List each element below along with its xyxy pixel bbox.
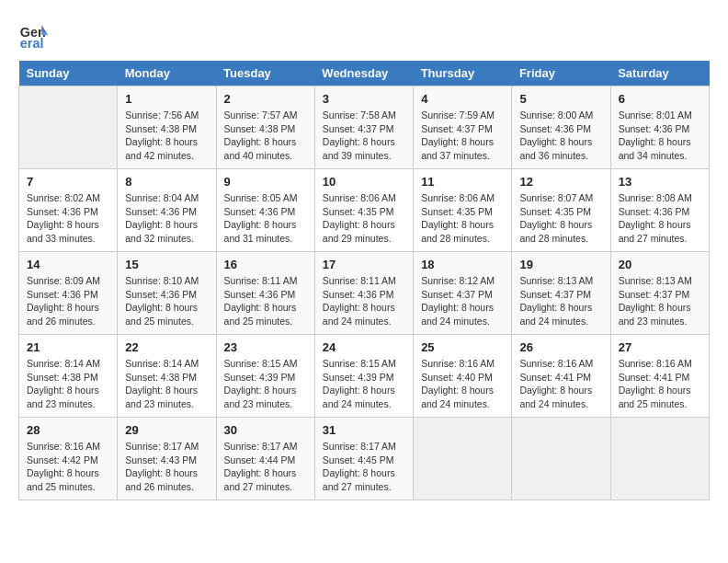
day-info: Sunrise: 8:17 AM Sunset: 4:44 PM Dayligh…: [224, 440, 307, 494]
day-number: 24: [323, 340, 405, 354]
day-info: Sunrise: 8:00 AM Sunset: 4:36 PM Dayligh…: [519, 109, 602, 163]
day-info: Sunrise: 8:16 AM Sunset: 4:41 PM Dayligh…: [519, 357, 602, 411]
day-info: Sunrise: 8:09 AM Sunset: 4:36 PM Dayligh…: [27, 274, 109, 328]
calendar-cell: 6Sunrise: 8:01 AM Sunset: 4:36 PM Daylig…: [610, 86, 709, 169]
day-info: Sunrise: 8:15 AM Sunset: 4:39 PM Dayligh…: [323, 357, 405, 411]
day-number: 20: [619, 258, 701, 271]
calendar-cell: [414, 418, 512, 500]
calendar-cell: 14Sunrise: 8:09 AM Sunset: 4:36 PM Dayli…: [19, 252, 118, 335]
calendar-cell: 23Sunrise: 8:15 AM Sunset: 4:39 PM Dayli…: [216, 335, 314, 418]
calendar-cell: 27Sunrise: 8:16 AM Sunset: 4:41 PM Dayli…: [610, 335, 709, 418]
day-number: 19: [519, 258, 602, 271]
logo-icon: Gen eral: [18, 18, 51, 52]
day-number: 2: [224, 92, 307, 106]
day-number: 1: [125, 92, 208, 106]
day-info: Sunrise: 7:57 AM Sunset: 4:38 PM Dayligh…: [224, 109, 307, 163]
day-number: 27: [619, 340, 701, 354]
day-number: 30: [224, 423, 307, 437]
calendar-cell: 1Sunrise: 7:56 AM Sunset: 4:38 PM Daylig…: [118, 86, 216, 169]
header-monday: Monday: [118, 61, 216, 86]
day-number: 16: [224, 258, 307, 271]
day-info: Sunrise: 8:12 AM Sunset: 4:37 PM Dayligh…: [421, 274, 504, 328]
calendar-week-2: 7Sunrise: 8:02 AM Sunset: 4:36 PM Daylig…: [19, 169, 710, 252]
day-info: Sunrise: 7:58 AM Sunset: 4:37 PM Dayligh…: [323, 109, 405, 163]
day-number: 9: [224, 175, 307, 189]
calendar-cell: 26Sunrise: 8:16 AM Sunset: 4:41 PM Dayli…: [512, 335, 610, 418]
day-info: Sunrise: 7:59 AM Sunset: 4:37 PM Dayligh…: [421, 109, 504, 163]
day-info: Sunrise: 8:14 AM Sunset: 4:38 PM Dayligh…: [125, 357, 208, 411]
logo: Gen eral: [18, 18, 55, 52]
day-number: 26: [519, 340, 602, 354]
day-info: Sunrise: 8:11 AM Sunset: 4:36 PM Dayligh…: [323, 274, 405, 328]
calendar-table: SundayMondayTuesdayWednesdayThursdayFrid…: [18, 61, 710, 500]
day-info: Sunrise: 8:06 AM Sunset: 4:35 PM Dayligh…: [421, 191, 504, 246]
calendar-week-1: 1Sunrise: 7:56 AM Sunset: 4:38 PM Daylig…: [19, 86, 710, 169]
calendar-cell: 18Sunrise: 8:12 AM Sunset: 4:37 PM Dayli…: [414, 252, 512, 335]
day-info: Sunrise: 8:16 AM Sunset: 4:40 PM Dayligh…: [421, 357, 504, 411]
calendar-cell: 10Sunrise: 8:06 AM Sunset: 4:35 PM Dayli…: [314, 169, 413, 252]
header-friday: Friday: [512, 61, 610, 86]
calendar-cell: 9Sunrise: 8:05 AM Sunset: 4:36 PM Daylig…: [216, 169, 314, 252]
calendar-cell: [610, 418, 709, 500]
day-info: Sunrise: 8:11 AM Sunset: 4:36 PM Dayligh…: [224, 274, 307, 328]
calendar-cell: 21Sunrise: 8:14 AM Sunset: 4:38 PM Dayli…: [19, 335, 118, 418]
svg-text:eral: eral: [20, 36, 44, 51]
header-thursday: Thursday: [414, 61, 512, 86]
calendar-week-3: 14Sunrise: 8:09 AM Sunset: 4:36 PM Dayli…: [19, 252, 710, 335]
day-number: 7: [27, 175, 109, 189]
day-info: Sunrise: 8:17 AM Sunset: 4:43 PM Dayligh…: [125, 440, 208, 494]
day-info: Sunrise: 8:14 AM Sunset: 4:38 PM Dayligh…: [27, 357, 109, 411]
calendar-cell: 25Sunrise: 8:16 AM Sunset: 4:40 PM Dayli…: [414, 335, 512, 418]
day-number: 18: [421, 258, 504, 271]
day-number: 25: [421, 340, 504, 354]
day-info: Sunrise: 8:10 AM Sunset: 4:36 PM Dayligh…: [125, 274, 208, 328]
calendar-cell: 19Sunrise: 8:13 AM Sunset: 4:37 PM Dayli…: [512, 252, 610, 335]
calendar-cell: 30Sunrise: 8:17 AM Sunset: 4:44 PM Dayli…: [216, 418, 314, 500]
day-info: Sunrise: 8:07 AM Sunset: 4:35 PM Dayligh…: [519, 191, 602, 246]
day-number: 3: [323, 92, 405, 106]
calendar-cell: 20Sunrise: 8:13 AM Sunset: 4:37 PM Dayli…: [610, 252, 709, 335]
day-number: 8: [125, 175, 208, 189]
calendar-header-row: SundayMondayTuesdayWednesdayThursdayFrid…: [19, 61, 710, 86]
day-info: Sunrise: 8:17 AM Sunset: 4:45 PM Dayligh…: [323, 440, 405, 494]
header-saturday: Saturday: [610, 61, 709, 86]
calendar-cell: 4Sunrise: 7:59 AM Sunset: 4:37 PM Daylig…: [414, 86, 512, 169]
calendar-cell: [512, 418, 610, 500]
day-info: Sunrise: 8:15 AM Sunset: 4:39 PM Dayligh…: [224, 357, 307, 411]
header-tuesday: Tuesday: [216, 61, 314, 86]
calendar-cell: 24Sunrise: 8:15 AM Sunset: 4:39 PM Dayli…: [314, 335, 413, 418]
page-header: Gen eral: [18, 18, 710, 52]
day-info: Sunrise: 8:16 AM Sunset: 4:41 PM Dayligh…: [619, 357, 701, 411]
day-info: Sunrise: 8:13 AM Sunset: 4:37 PM Dayligh…: [519, 274, 602, 328]
day-number: 22: [125, 340, 208, 354]
day-number: 15: [125, 258, 208, 271]
day-number: 29: [125, 423, 208, 437]
day-number: 17: [323, 258, 405, 271]
calendar-cell: 5Sunrise: 8:00 AM Sunset: 4:36 PM Daylig…: [512, 86, 610, 169]
calendar-cell: 3Sunrise: 7:58 AM Sunset: 4:37 PM Daylig…: [314, 86, 413, 169]
day-number: 11: [421, 175, 504, 189]
day-number: 14: [27, 258, 109, 271]
day-number: 10: [323, 175, 405, 189]
calendar-cell: 16Sunrise: 8:11 AM Sunset: 4:36 PM Dayli…: [216, 252, 314, 335]
day-info: Sunrise: 8:02 AM Sunset: 4:36 PM Dayligh…: [27, 191, 109, 246]
header-wednesday: Wednesday: [314, 61, 413, 86]
day-number: 4: [421, 92, 504, 106]
calendar-cell: 11Sunrise: 8:06 AM Sunset: 4:35 PM Dayli…: [414, 169, 512, 252]
calendar-cell: 28Sunrise: 8:16 AM Sunset: 4:42 PM Dayli…: [19, 418, 118, 500]
day-number: 23: [224, 340, 307, 354]
calendar-cell: 2Sunrise: 7:57 AM Sunset: 4:38 PM Daylig…: [216, 86, 314, 169]
day-number: 6: [619, 92, 701, 106]
day-number: 28: [27, 423, 109, 437]
day-info: Sunrise: 8:06 AM Sunset: 4:35 PM Dayligh…: [323, 191, 405, 246]
day-info: Sunrise: 8:01 AM Sunset: 4:36 PM Dayligh…: [619, 109, 701, 163]
calendar-cell: 29Sunrise: 8:17 AM Sunset: 4:43 PM Dayli…: [118, 418, 216, 500]
day-number: 13: [619, 175, 701, 189]
calendar-cell: 7Sunrise: 8:02 AM Sunset: 4:36 PM Daylig…: [19, 169, 118, 252]
calendar-week-5: 28Sunrise: 8:16 AM Sunset: 4:42 PM Dayli…: [19, 418, 710, 500]
day-number: 5: [519, 92, 602, 106]
calendar-cell: 17Sunrise: 8:11 AM Sunset: 4:36 PM Dayli…: [314, 252, 413, 335]
day-info: Sunrise: 7:56 AM Sunset: 4:38 PM Dayligh…: [125, 109, 208, 163]
day-number: 21: [27, 340, 109, 354]
calendar-cell: 12Sunrise: 8:07 AM Sunset: 4:35 PM Dayli…: [512, 169, 610, 252]
